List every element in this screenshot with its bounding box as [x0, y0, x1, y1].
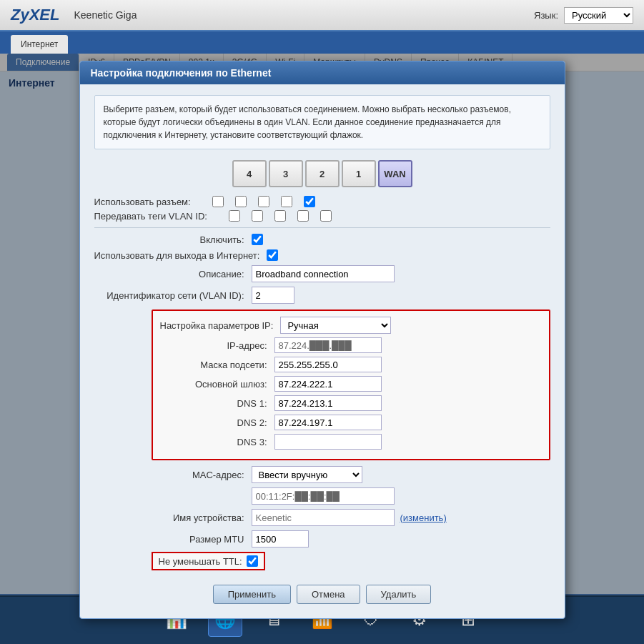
header-left: ZyXEL Keenetic Giga — [11, 6, 137, 24]
mtu-input[interactable] — [252, 530, 309, 548]
vlan-id-label: Идентификатор сети (VLAN ID): — [94, 290, 252, 301]
dns1-input[interactable] — [274, 395, 382, 411]
dns2-input[interactable] — [274, 415, 382, 430]
desc-row: Описание: — [94, 265, 550, 282]
vlan-check-4[interactable] — [229, 210, 240, 222]
use-port-checks — [198, 196, 315, 207]
use-port-check-4[interactable] — [212, 196, 224, 207]
vlan-check-3[interactable] — [252, 210, 263, 222]
main-area: Подключение IPv6 PPPoE/VPN 802.1x 3G/4G … — [0, 54, 644, 597]
gw-label: Основной шлюз: — [160, 379, 274, 390]
mtu-row: Размер MTU — [94, 530, 550, 548]
device-name-label: Имя устройства: — [94, 512, 252, 523]
dns3-input[interactable] — [274, 434, 382, 450]
mask-input[interactable] — [274, 357, 382, 372]
ttl-box: Не уменьшать TTL: — [152, 552, 265, 570]
change-link[interactable]: (изменить) — [400, 512, 447, 523]
dns3-row: DNS 3: — [160, 434, 542, 450]
logo: ZyXEL — [11, 6, 59, 24]
use-port-check-wan[interactable] — [304, 196, 315, 207]
vlan-check-wan[interactable] — [320, 210, 332, 222]
internet-row: Использовать для выхода в Интернет: — [94, 249, 550, 261]
port-buttons-row: 4 3 2 1 WAN — [94, 160, 550, 187]
use-port-label: Использовать разъем: — [94, 197, 198, 207]
mac-mode-select[interactable]: Ввести вручную По умолчанию — [252, 466, 362, 483]
ip-mode-select[interactable]: Ручная Автоматически — [280, 317, 391, 334]
enable-row: Включить: — [94, 234, 550, 245]
ip-settings-label: Настройка параметров IP: — [160, 320, 281, 331]
cancel-button[interactable]: Отмена — [297, 585, 360, 604]
ttl-label: Не уменьшать TTL: — [159, 556, 242, 567]
header-right: Язык: Русский — [534, 7, 633, 24]
mac-input[interactable] — [252, 487, 395, 505]
dns2-row: DNS 2: — [160, 415, 542, 430]
nav-item-internet[interactable]: Интернет — [11, 35, 68, 54]
button-row: Применить Отмена Удалить — [94, 585, 550, 608]
lang-select[interactable]: Русский — [564, 7, 633, 24]
gw-input[interactable] — [274, 376, 382, 392]
header: ZyXEL Keenetic Giga Язык: Русский — [0, 0, 644, 31]
port-btn-wan[interactable]: WAN — [378, 160, 412, 187]
dns1-label: DNS 1: — [160, 398, 274, 409]
enable-label: Включить: — [94, 234, 252, 245]
dns3-label: DNS 3: — [160, 437, 274, 447]
port-btn-1[interactable]: 1 — [342, 160, 376, 187]
dns2-label: DNS 2: — [160, 417, 274, 428]
modal-body: Выберите разъем, который будет использов… — [80, 84, 565, 618]
model-name: Keenetic Giga — [74, 9, 137, 21]
ip-settings-box: Настройка параметров IP: Ручная Автомати… — [152, 309, 550, 460]
modal-dialog: Настройка подключения по Ethernet Выбери… — [79, 61, 565, 619]
gw-row: Основной шлюз: — [160, 376, 542, 392]
vlan-id-input[interactable] — [252, 287, 294, 304]
vlan-row: Передавать теги VLAN ID: — [94, 210, 550, 222]
modal-overlay: Настройка подключения по Ethernet Выбери… — [0, 54, 644, 597]
desc-label: Описание: — [94, 269, 252, 279]
ttl-checkbox[interactable] — [247, 555, 258, 567]
desc-input[interactable] — [252, 265, 395, 282]
modal-title: Настройка подключения по Ethernet — [80, 61, 565, 84]
vlan-check-2[interactable] — [274, 210, 286, 222]
vlan-checks — [214, 210, 332, 222]
use-port-row: Использовать разъем: — [94, 196, 550, 207]
use-port-check-2[interactable] — [258, 196, 269, 207]
mac-value-row — [94, 487, 550, 505]
ip-addr-label: IP-адрес: — [160, 340, 274, 351]
internet-checkbox[interactable] — [267, 249, 278, 261]
lang-label: Язык: — [534, 10, 558, 21]
enable-checkbox[interactable] — [252, 234, 263, 245]
mtu-label: Размер MTU — [94, 534, 252, 545]
ip-addr-row: IP-адрес: — [160, 337, 542, 353]
device-name-input[interactable] — [252, 509, 395, 526]
mac-row: MAC-адрес: Ввести вручную По умолчанию — [94, 466, 550, 483]
port-btn-2[interactable]: 2 — [305, 160, 340, 187]
ip-mode-row: Настройка параметров IP: Ручная Автомати… — [160, 317, 542, 334]
delete-button[interactable]: Удалить — [366, 585, 432, 604]
use-port-check-3[interactable] — [235, 196, 247, 207]
nav-bar: Интернет — [0, 31, 644, 54]
vlan-label: Передавать теги VLAN ID: — [94, 211, 214, 222]
device-name-row: Имя устройства: (изменить) — [94, 509, 550, 526]
port-btn-3[interactable]: 3 — [269, 160, 303, 187]
port-btn-4[interactable]: 4 — [232, 160, 267, 187]
vlan-id-row: Идентификатор сети (VLAN ID): — [94, 287, 550, 304]
internet-label: Использовать для выхода в Интернет: — [94, 250, 267, 261]
info-box: Выберите разъем, который будет использов… — [94, 95, 550, 149]
ip-addr-input[interactable] — [274, 337, 382, 353]
mask-label: Маска подсети: — [160, 360, 274, 370]
dns1-row: DNS 1: — [160, 395, 542, 411]
vlan-check-1[interactable] — [297, 210, 309, 222]
use-port-check-1[interactable] — [281, 196, 292, 207]
mask-row: Маска подсети: — [160, 357, 542, 372]
apply-button[interactable]: Применить — [213, 585, 291, 604]
mac-label: MAC-адрес: — [94, 470, 252, 480]
